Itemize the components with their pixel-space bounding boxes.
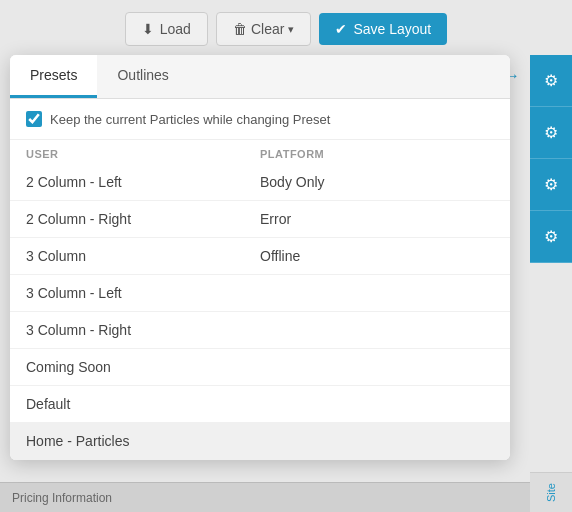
preset-row-8[interactable]: Home - Particles [10,423,510,460]
popup-tabs: Presets Outlines [10,55,510,99]
gear-button-1[interactable]: ⚙ [530,55,572,107]
load-icon: ⬇ [142,21,154,37]
trash-icon: 🗑 [233,21,247,37]
platform-preset-8 [260,433,494,449]
platform-preset-2: Error [260,211,494,227]
tab-presets[interactable]: Presets [10,55,97,98]
bottom-bar: Pricing Information [0,482,530,512]
right-panel: ⚙ ⚙ ⚙ ⚙ Site [530,0,572,512]
site-button[interactable]: Site [530,472,572,512]
tab-outlines[interactable]: Outlines [97,55,188,98]
platform-preset-3: Offline [260,248,494,264]
user-preset-7: Default [26,396,260,412]
clear-label: Clear [251,21,284,37]
platform-preset-7 [260,396,494,412]
toolbar: ⬇ Load 🗑 Clear ▾ ✔ Save Layout [0,0,572,58]
user-preset-2: 2 Column - Right [26,211,260,227]
platform-preset-4 [260,285,494,301]
user-col-header: USER [26,148,260,160]
preset-row-7[interactable]: Default [10,386,510,423]
preset-row-3[interactable]: 3 Column Offline [10,238,510,275]
gear-icon-1: ⚙ [544,71,558,90]
user-preset-4: 3 Column - Left [26,285,260,301]
column-headers: USER PLATFORM [10,140,510,164]
pricing-info-label: Pricing Information [12,491,112,505]
platform-col-header: PLATFORM [260,148,494,160]
preset-row-5[interactable]: 3 Column - Right [10,312,510,349]
preset-row-6[interactable]: Coming Soon [10,349,510,386]
gear-icon-4: ⚙ [544,227,558,246]
user-preset-8: Home - Particles [26,433,260,449]
site-label: Site [545,483,557,502]
gear-button-3[interactable]: ⚙ [530,159,572,211]
preset-row-2[interactable]: 2 Column - Right Error [10,201,510,238]
preset-row-4[interactable]: 3 Column - Left [10,275,510,312]
preset-row-1[interactable]: 2 Column - Left Body Only [10,164,510,201]
platform-preset-1: Body Only [260,174,494,190]
platform-preset-5 [260,322,494,338]
presets-popup: Presets Outlines Keep the current Partic… [10,55,510,460]
user-preset-6: Coming Soon [26,359,260,375]
keep-particles-row: Keep the current Particles while changin… [10,99,510,140]
gear-button-4[interactable]: ⚙ [530,211,572,263]
user-preset-5: 3 Column - Right [26,322,260,338]
preset-list: 2 Column - Left Body Only 2 Column - Rig… [10,164,510,460]
checkmark-icon: ✔ [335,21,347,37]
user-preset-1: 2 Column - Left [26,174,260,190]
load-label: Load [160,21,191,37]
keep-particles-label: Keep the current Particles while changin… [50,112,330,127]
gear-icon-3: ⚙ [544,175,558,194]
clear-button[interactable]: 🗑 Clear ▾ [216,12,311,46]
save-label: Save Layout [353,21,431,37]
chevron-down-icon: ▾ [288,23,294,36]
gear-icon-2: ⚙ [544,123,558,142]
keep-particles-checkbox[interactable] [26,111,42,127]
save-layout-button[interactable]: ✔ Save Layout [319,13,447,45]
gear-button-2[interactable]: ⚙ [530,107,572,159]
load-button[interactable]: ⬇ Load [125,12,208,46]
platform-preset-6 [260,359,494,375]
user-preset-3: 3 Column [26,248,260,264]
